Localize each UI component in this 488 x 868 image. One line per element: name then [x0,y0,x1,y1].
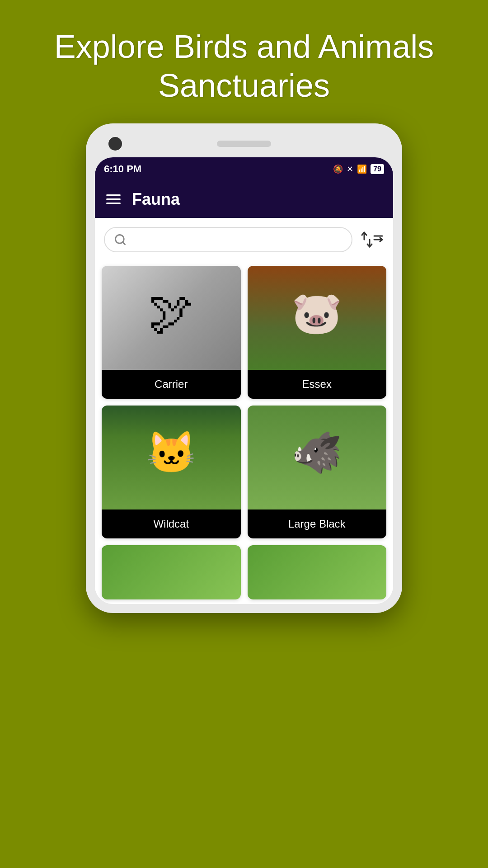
hamburger-menu-button[interactable] [106,194,121,204]
app-bar: Fauna [95,181,393,218]
animal-card-large-black[interactable]: Large Black [248,406,387,538]
animal-card-essex[interactable]: Essex [248,266,387,399]
phone-speaker [217,141,271,147]
status-bar: 6:10 PM 🔕 ✕ 📶 79 [95,157,393,181]
essex-label: Essex [248,370,387,399]
partial-image-1 [102,545,241,599]
search-input-wrapper[interactable] [104,227,352,252]
partial-image-2 [248,545,387,599]
carrier-image [102,266,241,370]
page-header: Explore Birds and Animals Sanctuaries [0,0,488,123]
search-input[interactable] [131,234,343,245]
large-black-image [248,406,387,509]
sim-error-icon: ✕ [347,164,353,174]
search-icon [114,233,127,246]
page-title: Explore Birds and Animals Sanctuaries [18,27,470,105]
carrier-label: Carrier [102,370,241,399]
wildcat-image [102,406,241,509]
status-time: 6:10 PM [104,163,141,175]
animal-card-carrier[interactable]: Carrier [102,266,241,399]
phone-camera [108,137,122,151]
hamburger-line-1 [106,194,121,196]
svg-line-1 [122,242,125,244]
bottom-partial-row [95,545,393,604]
animal-card-wildcat[interactable]: Wildcat [102,406,241,538]
wifi-icon: 📶 [357,164,367,174]
app-title: Fauna [132,190,180,209]
large-black-label: Large Black [248,509,387,538]
status-icons: 🔕 ✕ 📶 79 [333,164,384,174]
sort-filter-button[interactable] [359,228,384,251]
hamburger-line-3 [106,203,121,204]
hamburger-line-2 [106,198,121,200]
phone-screen: 6:10 PM 🔕 ✕ 📶 79 Fauna [95,157,393,604]
animal-grid: Carrier Essex Wildcat L [95,261,393,545]
battery-icon: 79 [371,164,384,174]
animal-card-partial-2[interactable] [248,545,387,599]
sort-icon [361,230,383,250]
search-area [95,218,393,261]
phone-frame: 6:10 PM 🔕 ✕ 📶 79 Fauna [86,123,402,613]
animal-card-partial-1[interactable] [102,545,241,599]
bell-muted-icon: 🔕 [333,164,343,174]
phone-notch [95,132,393,157]
wildcat-label: Wildcat [102,509,241,538]
essex-image [248,266,387,370]
